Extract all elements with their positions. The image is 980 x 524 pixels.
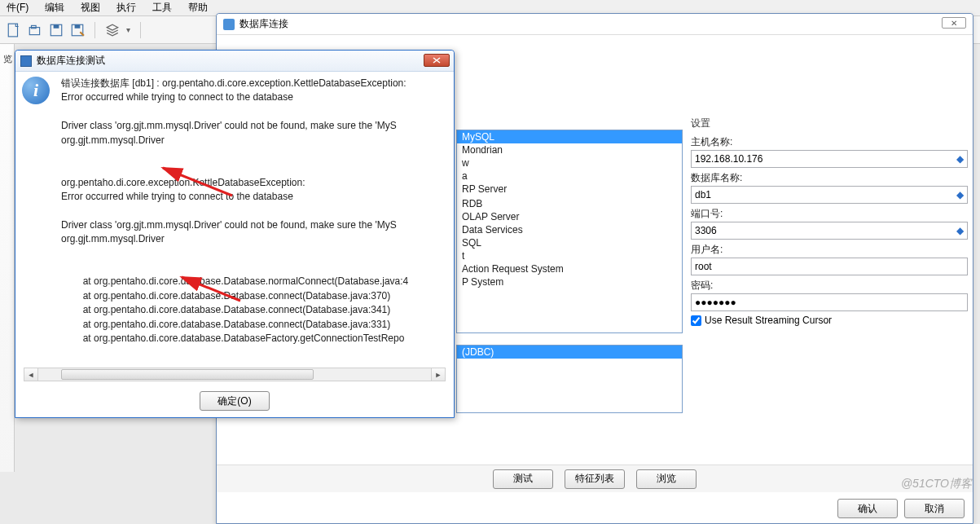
- dropdown-chevron-icon[interactable]: ▾: [126, 25, 130, 34]
- ok-cancel-row: 确认 取消: [837, 499, 965, 518]
- menu-edit[interactable]: 编辑: [38, 0, 71, 16]
- pass-label: 密码:: [691, 279, 968, 293]
- error-message: 错误连接数据库 [db1] : org.pentaho.di.core.exce…: [61, 77, 447, 381]
- error-title: 数据库连接测试: [37, 54, 105, 68]
- watermark: @51CTO博客: [901, 477, 972, 491]
- type-item[interactable]: RDB: [457, 197, 682, 210]
- toolbar-separator-2: [140, 22, 141, 38]
- scroll-right-icon[interactable]: ►: [431, 368, 445, 381]
- connection-type-column: MySQL Mondrian w a RP Server RDB OLAP Se…: [451, 35, 688, 466]
- error-dialog: 数据库连接测试 i 错误连接数据库 [db1] : org.pentaho.di…: [15, 50, 455, 418]
- close-icon[interactable]: ✕: [942, 17, 966, 29]
- error-app-icon: [20, 55, 32, 67]
- save-icon[interactable]: [49, 23, 64, 37]
- type-item[interactable]: t: [457, 249, 682, 262]
- type-item[interactable]: RP Server: [457, 183, 682, 196]
- dialog-action-row: 测试 特征列表 浏览: [217, 465, 973, 492]
- type-item[interactable]: w: [457, 156, 682, 170]
- database-icon: [223, 19, 235, 30]
- type-item[interactable]: a: [457, 170, 682, 183]
- perspective-icon[interactable]: [105, 23, 120, 37]
- var-picker-icon[interactable]: ◆: [955, 154, 965, 164]
- host-input[interactable]: [691, 150, 968, 168]
- settings-label: 设置: [691, 117, 968, 130]
- close-icon[interactable]: [424, 54, 450, 67]
- scroll-left-icon[interactable]: ◄: [24, 368, 38, 381]
- left-tab-label[interactable]: 览: [0, 44, 15, 51]
- host-label: 主机名称:: [691, 135, 968, 149]
- features-button[interactable]: 特征列表: [565, 469, 625, 489]
- db-window-title: 数据库连接: [240, 17, 288, 31]
- open-icon[interactable]: [28, 23, 42, 37]
- settings-column: 设置 主机名称: ◆ 数据库名称: ◆ 端口号: ◆ 用户名:: [691, 35, 968, 466]
- streaming-cursor-checkbox[interactable]: [691, 315, 701, 326]
- method-item-jdbc[interactable]: (JDBC): [457, 346, 682, 359]
- error-body: i 错误连接数据库 [db1] : org.pentaho.di.core.ex…: [15, 72, 454, 381]
- left-panel: 览: [0, 44, 15, 472]
- streaming-cursor-label: Use Result Streaming Cursor: [705, 315, 832, 326]
- new-file-icon[interactable]: [7, 23, 21, 37]
- annotation-arrow-1: [151, 163, 240, 212]
- toolbar-separator: [94, 22, 95, 38]
- user-label: 用户名:: [691, 243, 968, 257]
- ok-button[interactable]: 确定(O): [200, 391, 270, 411]
- type-item[interactable]: OLAP Server: [457, 210, 682, 223]
- pass-input[interactable]: [691, 293, 968, 311]
- var-picker-icon[interactable]: ◆: [955, 190, 965, 200]
- port-input[interactable]: [691, 222, 968, 240]
- svg-rect-6: [75, 24, 81, 29]
- type-item[interactable]: Action Request System: [457, 262, 682, 275]
- save-as-icon[interactable]: [70, 23, 85, 37]
- test-button[interactable]: 测试: [493, 469, 553, 489]
- menu-file[interactable]: 件(F): [0, 0, 35, 16]
- db-window-titlebar: 数据库连接 ✕: [217, 14, 973, 35]
- connection-method-list[interactable]: (JDBC): [456, 345, 683, 413]
- dbname-input[interactable]: [691, 186, 968, 204]
- type-item[interactable]: Data Services: [457, 223, 682, 236]
- dbname-label: 数据库名称:: [691, 171, 968, 185]
- user-input[interactable]: [691, 258, 968, 275]
- type-item[interactable]: P System: [457, 275, 682, 288]
- type-item[interactable]: SQL: [457, 236, 682, 249]
- error-ok-row: 确定(O): [15, 391, 454, 411]
- menu-view[interactable]: 视图: [74, 0, 107, 16]
- type-item-mysql[interactable]: MySQL: [457, 130, 682, 143]
- svg-rect-4: [54, 24, 59, 29]
- type-item[interactable]: Mondrian: [457, 143, 682, 156]
- ok-button[interactable]: 确认: [837, 499, 898, 518]
- menu-help[interactable]: 帮助: [182, 0, 214, 16]
- annotation-arrow-2: [175, 272, 248, 313]
- menu-tools[interactable]: 工具: [146, 0, 178, 16]
- cancel-button[interactable]: 取消: [904, 499, 965, 518]
- menu-run[interactable]: 执行: [110, 0, 143, 16]
- connection-type-list[interactable]: MySQL Mondrian w a RP Server RDB OLAP Se…: [456, 130, 683, 333]
- port-label: 端口号:: [691, 207, 968, 221]
- var-picker-icon[interactable]: ◆: [955, 226, 965, 236]
- browse-button[interactable]: 浏览: [636, 469, 697, 489]
- scroll-thumb[interactable]: [61, 369, 314, 380]
- error-titlebar: 数据库连接测试: [15, 51, 454, 72]
- info-icon: i: [22, 77, 55, 381]
- horizontal-scrollbar[interactable]: ◄ ►: [24, 368, 446, 381]
